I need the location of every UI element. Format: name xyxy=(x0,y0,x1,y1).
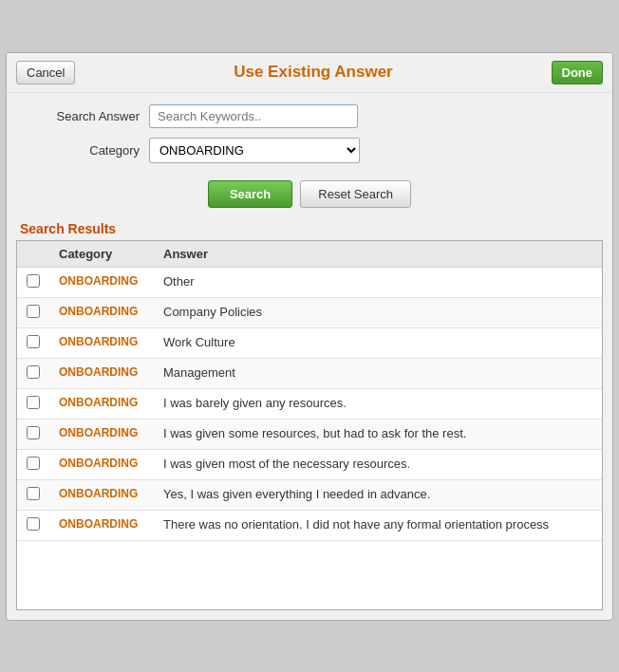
row-checkbox-cell xyxy=(17,267,49,297)
use-existing-answer-dialog: Cancel Use Existing Answer Done Search A… xyxy=(6,52,613,621)
table-row: ONBOARDINGWork Culture xyxy=(17,327,602,358)
row-category: ONBOARDING xyxy=(49,510,154,540)
row-checkbox[interactable] xyxy=(27,457,40,470)
row-answer: I was given most of the necessary resour… xyxy=(154,449,602,479)
row-answer: Management xyxy=(154,358,602,388)
row-checkbox[interactable] xyxy=(27,305,40,318)
row-checkbox-cell xyxy=(17,297,49,327)
category-select[interactable]: ONBOARDING ALL GENERAL xyxy=(149,138,360,163)
row-checkbox-cell xyxy=(17,388,49,419)
row-category: ONBOARDING xyxy=(49,388,154,419)
results-table-wrapper[interactable]: Category Answer ONBOARDINGOtherONBOARDIN… xyxy=(16,240,603,610)
row-checkbox-cell xyxy=(17,419,49,449)
table-header-row: Category Answer xyxy=(17,241,602,268)
row-checkbox[interactable] xyxy=(27,517,40,531)
row-checkbox-cell xyxy=(17,510,49,540)
category-label: Category xyxy=(26,143,140,158)
row-answer: There was no orientation. I did not have… xyxy=(154,510,602,540)
title-bar: Cancel Use Existing Answer Done xyxy=(7,53,612,93)
row-category: ONBOARDING xyxy=(49,419,154,449)
search-buttons-row: Search Reset Search xyxy=(7,180,612,208)
reset-search-button[interactable]: Reset Search xyxy=(300,180,411,208)
table-row: ONBOARDINGYes, I was given everything I … xyxy=(17,479,602,510)
table-row: ONBOARDINGI was given some resources, bu… xyxy=(17,419,602,449)
row-category: ONBOARDING xyxy=(49,358,154,388)
form-area: Search Answer Category ONBOARDING ALL GE… xyxy=(7,93,612,180)
row-category: ONBOARDING xyxy=(49,297,154,327)
row-answer: I was barely given any resources. xyxy=(154,388,602,419)
search-results-label: Search Results xyxy=(7,217,612,240)
row-answer: Yes, I was given everything I needed in … xyxy=(154,479,602,510)
table-row: ONBOARDINGCompany Policies xyxy=(17,297,602,327)
row-category: ONBOARDING xyxy=(49,267,154,297)
search-answer-label: Search Answer xyxy=(26,109,140,123)
dialog-title: Use Existing Answer xyxy=(75,63,551,82)
checkbox-column-header xyxy=(17,241,49,268)
table-row: ONBOARDINGOther xyxy=(17,267,602,297)
row-checkbox[interactable] xyxy=(27,396,40,409)
search-input[interactable] xyxy=(149,104,358,128)
row-checkbox[interactable] xyxy=(27,335,40,348)
row-checkbox[interactable] xyxy=(27,274,40,288)
cancel-button[interactable]: Cancel xyxy=(16,61,75,84)
row-answer: Other xyxy=(154,267,602,297)
table-row: ONBOARDINGThere was no orientation. I di… xyxy=(17,510,602,540)
table-row: ONBOARDINGI was barely given any resourc… xyxy=(17,388,602,419)
row-category: ONBOARDING xyxy=(49,479,154,510)
row-category: ONBOARDING xyxy=(49,327,154,358)
row-checkbox-cell xyxy=(17,479,49,510)
row-checkbox-cell xyxy=(17,358,49,388)
done-button[interactable]: Done xyxy=(552,61,604,84)
row-checkbox[interactable] xyxy=(27,426,40,439)
category-row: Category ONBOARDING ALL GENERAL xyxy=(26,138,593,163)
answer-column-header: Answer xyxy=(154,241,602,268)
row-answer: Work Culture xyxy=(154,327,602,358)
row-checkbox-cell xyxy=(17,327,49,358)
category-column-header: Category xyxy=(49,241,154,268)
row-category: ONBOARDING xyxy=(49,449,154,479)
row-answer: Company Policies xyxy=(154,297,602,327)
table-row: ONBOARDINGI was given most of the necess… xyxy=(17,449,602,479)
row-answer: I was given some resources, but had to a… xyxy=(154,419,602,449)
row-checkbox-cell xyxy=(17,449,49,479)
row-checkbox[interactable] xyxy=(27,365,40,379)
table-row: ONBOARDINGManagement xyxy=(17,358,602,388)
row-checkbox[interactable] xyxy=(27,487,40,500)
search-answer-row: Search Answer xyxy=(26,104,593,128)
results-table: Category Answer ONBOARDINGOtherONBOARDIN… xyxy=(17,241,602,541)
search-button[interactable]: Search xyxy=(208,180,292,208)
